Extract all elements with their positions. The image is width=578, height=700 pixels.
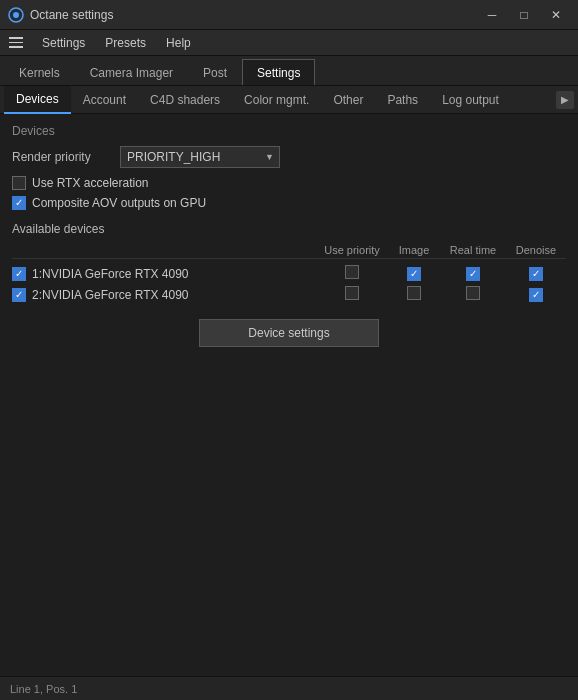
- device-2-use-priority-checkbox[interactable]: [345, 286, 359, 300]
- device-row-2: 2:NVIDIA GeForce RTX 4090: [12, 286, 566, 303]
- tab-post[interactable]: Post: [188, 59, 242, 85]
- status-bar: Line 1, Pos. 1: [0, 676, 578, 700]
- sub-tab-log-output[interactable]: Log output: [430, 86, 511, 114]
- device-1-realtime-checkbox[interactable]: [466, 267, 480, 281]
- sub-tab-color-mgmt[interactable]: Color mgmt.: [232, 86, 321, 114]
- device-2-name: 2:NVIDIA GeForce RTX 4090: [12, 288, 316, 302]
- title-bar: Octane settings ─ □ ✕: [0, 0, 578, 30]
- composite-aov-checkbox[interactable]: [12, 196, 26, 210]
- title-bar-controls: ─ □ ✕: [478, 5, 570, 25]
- tab-settings[interactable]: Settings: [242, 59, 315, 85]
- col-header-use-priority: Use priority: [316, 244, 388, 256]
- sub-tab-devices[interactable]: Devices: [4, 86, 71, 114]
- available-devices-label: Available devices: [12, 222, 566, 236]
- device-2-realtime: [440, 286, 506, 303]
- octane-icon: [8, 7, 24, 23]
- device-row-1: 1:NVIDIA GeForce RTX 4090: [12, 265, 566, 282]
- device-1-use-priority: [316, 265, 388, 282]
- device-2-use-priority: [316, 286, 388, 303]
- available-devices-section: Available devices Use priority Image Rea…: [12, 222, 566, 347]
- tab-kernels[interactable]: Kernels: [4, 59, 75, 85]
- content-area: Devices Render priority PRIORITY_HIGH PR…: [0, 114, 578, 357]
- device-2-label: 2:NVIDIA GeForce RTX 4090: [32, 288, 189, 302]
- menu-presets[interactable]: Presets: [95, 30, 156, 56]
- device-2-image: [388, 286, 440, 303]
- close-button[interactable]: ✕: [542, 5, 570, 25]
- device-1-realtime: [440, 266, 506, 281]
- device-2-realtime-checkbox[interactable]: [466, 286, 480, 300]
- device-1-use-priority-checkbox[interactable]: [345, 265, 359, 279]
- device-1-image-checkbox[interactable]: [407, 267, 421, 281]
- render-priority-row: Render priority PRIORITY_HIGH PRIORITY_N…: [12, 146, 566, 168]
- title-bar-left: Octane settings: [8, 7, 113, 23]
- device-1-label: 1:NVIDIA GeForce RTX 4090: [32, 267, 189, 281]
- render-priority-label: Render priority: [12, 150, 112, 164]
- device-2-image-checkbox[interactable]: [407, 286, 421, 300]
- render-priority-wrapper: PRIORITY_HIGH PRIORITY_NORMAL PRIORITY_L…: [120, 146, 280, 168]
- col-header-realtime: Real time: [440, 244, 506, 256]
- menu-settings[interactable]: Settings: [32, 30, 95, 56]
- device-2-denoise-checkbox[interactable]: [529, 288, 543, 302]
- composite-aov-row: Composite AOV outputs on GPU: [12, 196, 566, 210]
- sub-tab-bar: Devices Account C4D shaders Color mgmt. …: [0, 86, 578, 114]
- device-1-select-checkbox[interactable]: [12, 267, 26, 281]
- device-1-image: [388, 266, 440, 281]
- device-2-denoise: [506, 287, 566, 302]
- device-1-denoise: [506, 266, 566, 281]
- sub-tab-c4d-shaders[interactable]: C4D shaders: [138, 86, 232, 114]
- devices-table-header: Use priority Image Real time Denoise: [12, 244, 566, 259]
- sub-tab-arrow[interactable]: ▶: [556, 91, 574, 109]
- tab-camera-imager[interactable]: Camera Imager: [75, 59, 188, 85]
- maximize-button[interactable]: □: [510, 5, 538, 25]
- device-1-denoise-checkbox[interactable]: [529, 267, 543, 281]
- rtx-label: Use RTX acceleration: [32, 176, 149, 190]
- menu-help[interactable]: Help: [156, 30, 201, 56]
- minimize-button[interactable]: ─: [478, 5, 506, 25]
- rtx-checkbox[interactable]: [12, 176, 26, 190]
- device-1-name: 1:NVIDIA GeForce RTX 4090: [12, 267, 316, 281]
- composite-aov-label: Composite AOV outputs on GPU: [32, 196, 206, 210]
- rtx-acceleration-row: Use RTX acceleration: [12, 176, 566, 190]
- window-title: Octane settings: [30, 8, 113, 22]
- render-priority-dropdown[interactable]: PRIORITY_HIGH PRIORITY_NORMAL PRIORITY_L…: [120, 146, 280, 168]
- hamburger-menu[interactable]: [4, 31, 28, 55]
- tab-bar: Kernels Camera Imager Post Settings: [0, 56, 578, 86]
- sub-tab-paths[interactable]: Paths: [375, 86, 430, 114]
- status-text: Line 1, Pos. 1: [10, 683, 77, 695]
- col-header-denoise: Denoise: [506, 244, 566, 256]
- menu-bar: Settings Presets Help: [0, 30, 578, 56]
- device-settings-button[interactable]: Device settings: [199, 319, 379, 347]
- section-label: Devices: [12, 124, 566, 138]
- col-header-image: Image: [388, 244, 440, 256]
- device-2-select-checkbox[interactable]: [12, 288, 26, 302]
- sub-tab-account[interactable]: Account: [71, 86, 138, 114]
- svg-point-1: [13, 12, 19, 18]
- sub-tab-other[interactable]: Other: [321, 86, 375, 114]
